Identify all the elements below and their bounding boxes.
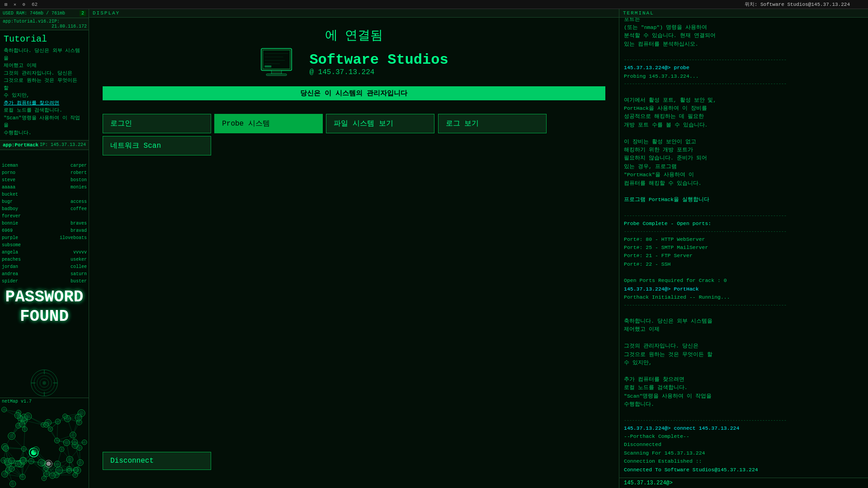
- probe-button[interactable]: Probe 시스템: [214, 114, 323, 133]
- svg-point-51: [60, 448, 63, 451]
- log-view-button[interactable]: 로그 보기: [438, 114, 547, 133]
- terminal-line: "PortHack"을 사용하여 이: [624, 171, 863, 179]
- terminal-line: [624, 48, 863, 56]
- network-node[interactable]: [9, 481, 15, 487]
- username-left: spider: [2, 278, 18, 285]
- terminal-header: TERMINAL: [619, 9, 868, 18]
- fingerprint-icon: [30, 368, 59, 398]
- terminal-line: 145.37.13.224@> probe: [624, 64, 863, 72]
- username-left: peaches: [2, 256, 21, 263]
- terminal-line: [624, 334, 863, 342]
- terminal-line: Disconnected: [624, 441, 863, 449]
- main-layout: USED RAM: 746mb / 761mb 2 app:Tutorial.v…: [0, 9, 868, 488]
- terminal-line: [624, 408, 863, 417]
- terminal-line: ----------------------------------------…: [624, 212, 863, 220]
- network-node[interactable]: [8, 432, 15, 440]
- terminal-line: [624, 367, 863, 375]
- tutorial-title: Tutorial: [4, 34, 85, 44]
- network-node[interactable]: [54, 461, 61, 467]
- gear-icon[interactable]: ⚙: [21, 1, 27, 8]
- tutorial-panel: Tutorial 축하합니다. 당신은 외부 시스템을제어했고 이제그것의 관리…: [0, 30, 89, 141]
- network-node[interactable]: [15, 461, 22, 467]
- svg-point-37: [29, 459, 33, 463]
- username-right: iloveboats: [60, 235, 87, 242]
- network-node[interactable]: [70, 432, 76, 438]
- network-node[interactable]: [14, 413, 20, 418]
- username-left: forever: [2, 213, 21, 220]
- tutorial-line: 축하합니다. 당신은 외부 시스템을제어했고 이제그것의 관리자입니다. 당신은…: [4, 48, 80, 98]
- svg-point-113: [9, 433, 14, 439]
- terminal-line: 포트는: [624, 18, 863, 23]
- svg-point-83: [21, 458, 25, 462]
- tutorial-highlight[interactable]: 추가 컴퓨터를 찾으려면: [4, 100, 59, 106]
- terminal-line: 개방 포트 수를 볼 수 있습니다.: [624, 121, 863, 129]
- username-row: 6969bravad: [2, 227, 87, 235]
- terminal-line: 필요하지 않습니다. 준비가 되어: [624, 154, 863, 162]
- terminal-line: Open Ports Required for Crack : 0: [624, 277, 863, 285]
- terminal-line: [624, 204, 863, 212]
- terminal-line: ----------------------------------------…: [624, 228, 863, 235]
- terminal-line: [624, 88, 863, 96]
- svg-rect-143: [266, 74, 287, 76]
- terminal-line: 해킹하기 위한 개방 포트가: [624, 146, 863, 154]
- terminal-input[interactable]: [675, 480, 863, 486]
- network-node[interactable]: [2, 471, 8, 477]
- svg-point-65: [83, 441, 86, 444]
- username-right: monies: [71, 184, 87, 191]
- terminal-line: 컴퓨터를 해킹할 수 있습니다.: [624, 179, 863, 188]
- topbar: ⊠ ✕ ⚙ 62 위치: Software Studios@145.37.13.…: [0, 0, 868, 9]
- terminal-line: 그것으로 원하는 것은 무엇이든 할: [624, 351, 863, 359]
- file-system-button[interactable]: 파일 시스템 보기: [326, 114, 434, 133]
- network-scan-button[interactable]: 네트워크 Scan: [103, 136, 211, 155]
- terminal-line: (또는 "nmap") 명령을 사용하여: [624, 23, 863, 32]
- svg-point-111: [15, 413, 19, 418]
- username-right: useker: [71, 256, 87, 263]
- svg-point-139: [20, 422, 24, 427]
- svg-point-123: [4, 446, 8, 450]
- username-left: angela: [2, 249, 18, 256]
- terminal-line: PortHack을 사용하여 이 장비를: [624, 104, 863, 113]
- netmap-canvas[interactable]: [0, 405, 89, 488]
- username-row: angelavvvvv: [2, 249, 87, 256]
- terminal-line: Port#: 22 - SSH: [624, 260, 863, 268]
- svg-point-101: [73, 440, 76, 444]
- username-left: aaaaa: [2, 184, 15, 191]
- network-node[interactable]: [38, 459, 45, 466]
- terminal-content[interactable]: 활성화되었습니다. 이것이원격 노드에 작용하기위한 기본 인터페이스가 될것입…: [619, 18, 868, 478]
- netmap-section: netMap v1.7: [0, 398, 89, 488]
- login-button[interactable]: 로그인: [103, 114, 211, 133]
- terminal-line: [624, 188, 863, 196]
- network-node[interactable]: [33, 446, 39, 453]
- close-icon[interactable]: ✕: [12, 1, 18, 8]
- server-info: Software Studios @ 145.37.13.224: [309, 52, 448, 76]
- terminal-line: ----------------------------------------…: [624, 80, 863, 88]
- network-node[interactable]: [63, 440, 70, 446]
- network-node[interactable]: [24, 413, 31, 420]
- window-icon-1[interactable]: ⊠: [3, 1, 9, 8]
- network-node[interactable]: [56, 467, 63, 474]
- topbar-title: 위치: Software Studios@145.37.13.224: [745, 1, 850, 8]
- username-row: jordancollee: [2, 263, 87, 271]
- terminal-line: 제어했고 이제: [624, 325, 863, 333]
- terminal-line: Port#: 25 - SMTP MailServer: [624, 244, 863, 252]
- svg-point-47: [25, 414, 30, 419]
- username-right: vvvvv: [73, 249, 87, 256]
- username-right: robert: [71, 169, 87, 177]
- username-row: bonniebraves: [2, 220, 87, 227]
- svg-point-129: [71, 433, 75, 437]
- svg-point-13: [46, 461, 51, 466]
- username-row: bucket: [2, 191, 87, 198]
- disconnect-button[interactable]: Disconnect: [103, 452, 211, 470]
- server-ip: @ 145.37.13.224: [309, 68, 448, 76]
- terminal-line: 추가 컴퓨터를 찾으려면: [624, 375, 863, 384]
- terminal-line: ----------------------------------------…: [624, 417, 863, 424]
- svg-point-119: [55, 439, 58, 442]
- terminal-line: 프로그램 PortHack을 실행합니다: [624, 196, 863, 204]
- network-node[interactable]: [75, 414, 82, 421]
- network-node[interactable]: [77, 460, 83, 465]
- terminal-input-line[interactable]: 145.37.13.224@>: [619, 478, 868, 488]
- network-node[interactable]: [66, 456, 73, 463]
- username-list: icemancarperpornorobertstevebostonaaaaam…: [0, 162, 89, 285]
- username-right: bravad: [71, 227, 87, 235]
- netmap-label: netMap v1.7: [2, 399, 32, 404]
